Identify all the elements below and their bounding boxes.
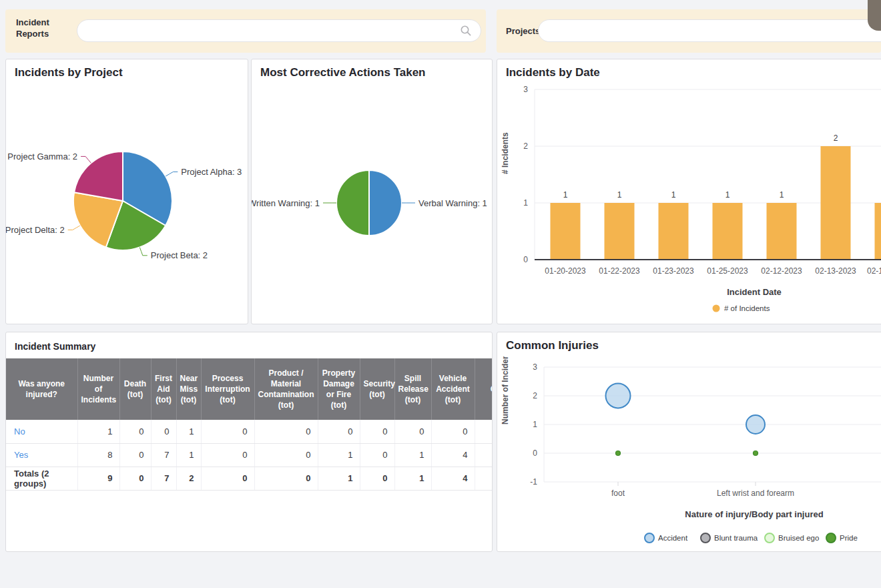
y-tick-label: -1 xyxy=(530,477,537,487)
value-cell: 1 xyxy=(77,420,119,443)
corrective-actions-card: Most Corrective Actions Taken Verbal War… xyxy=(251,59,493,324)
value-cell: 0 xyxy=(360,420,394,443)
column-header-first-aid-tot-: First Aid (tot) xyxy=(151,358,176,420)
bar-value-label: 1 xyxy=(671,190,676,200)
bar-value-label: 1 xyxy=(780,190,784,200)
row-label-cell[interactable]: No xyxy=(6,420,77,443)
column-header-near-miss-tot-: Near Miss (tot) xyxy=(176,358,201,420)
legend-marker-bruised-ego[interactable] xyxy=(765,533,774,543)
legend-label: Bruised ego xyxy=(778,534,819,542)
bar-01-22-2023[interactable] xyxy=(605,203,635,260)
row-filter-link[interactable]: Yes xyxy=(14,450,28,460)
legend-label: Blunt trauma xyxy=(714,534,758,542)
value-cell: 8 xyxy=(77,443,119,467)
incident-reports-label: Incident Reports xyxy=(16,17,69,40)
column-header-product-material-contamination-tot-: Product / Material Contamination (tot) xyxy=(254,358,318,420)
pie-slice-label: Verbal Warning: 1 xyxy=(418,198,487,208)
column-header-spill-release-tot-: Spill Release (tot) xyxy=(394,358,431,420)
bar-02-12-2023[interactable] xyxy=(767,203,797,260)
bar-02-1[interactable] xyxy=(875,203,881,260)
value-cell: 0 xyxy=(254,420,318,443)
incident-summary-table-wrapper: Was anyone injured?Number of IncidentsDe… xyxy=(6,358,492,551)
pie-label-line xyxy=(139,248,148,256)
incidents-by-project-card: Incidents by Project Project Alpha: 3Pro… xyxy=(5,59,248,324)
y-tick-label: 2 xyxy=(523,141,528,151)
x-axis-title: Nature of injury/Body part injured xyxy=(685,509,823,519)
bar-01-25-2023[interactable] xyxy=(713,203,743,260)
pie-label-line xyxy=(81,156,91,163)
value-cell: 0 xyxy=(318,420,360,443)
value-cell: 0 xyxy=(254,443,318,467)
legend-label: Pride xyxy=(840,534,858,542)
x-tick-label: 01-23-2023 xyxy=(653,266,694,276)
row-filter-link[interactable]: No xyxy=(14,426,25,436)
pie-label-line xyxy=(166,172,178,177)
legend-marker-accident[interactable] xyxy=(645,533,654,543)
column-header-process-interruption-tot-: Process Interruption (tot) xyxy=(201,358,254,420)
column-header-vehicle-accident-tot-: Vehicle Accident (tot) xyxy=(431,358,475,420)
incident-summary-title: Incident Summary xyxy=(15,341,95,352)
row-label-cell: Totals (2 groups) xyxy=(6,467,77,490)
value-cell xyxy=(475,443,492,467)
scatter-point-accident[interactable] xyxy=(606,384,631,408)
incidents-by-date-card: Incidents by Date 0123101-20-2023101-22-… xyxy=(497,59,881,324)
value-cell: 1 xyxy=(394,467,431,490)
table-header-row: Was anyone injured?Number of IncidentsDe… xyxy=(6,358,492,420)
value-cell: 7 xyxy=(151,467,176,490)
scatter-point-pride[interactable] xyxy=(754,451,758,456)
incident-reports-search-input[interactable] xyxy=(77,20,459,41)
column-header-was-anyone-injured-: Was anyone injured? xyxy=(6,358,77,420)
x-tick-label: 02-13-2023 xyxy=(815,266,856,276)
column-header-property-damage-or-fire-tot-: Property Damage or Fire (tot) xyxy=(318,358,360,420)
incident-reports-search-pill xyxy=(77,19,481,42)
x-tick-label: 02-1 xyxy=(867,266,881,276)
common-injuries-title: Common Injuries xyxy=(506,339,599,352)
bar-01-20-2023[interactable] xyxy=(551,203,581,260)
bar-value-label: 2 xyxy=(834,133,838,143)
legend-marker-incidents[interactable] xyxy=(713,305,720,312)
value-cell xyxy=(475,467,492,490)
incidents-by-project-pie-chart: Project Alpha: 3Project Beta: 2Project D… xyxy=(6,82,248,324)
value-cell: 7 xyxy=(151,443,176,467)
corrective-actions-title: Most Corrective Actions Taken xyxy=(260,66,426,79)
pie-slice-written-warning[interactable] xyxy=(336,170,369,236)
column-header-death-tot-: Death (tot) xyxy=(119,358,151,420)
bar-01-23-2023[interactable] xyxy=(659,203,689,260)
value-cell: 0 xyxy=(201,420,254,443)
legend-marker-blunt-trauma[interactable] xyxy=(701,533,710,543)
y-tick-label: 3 xyxy=(533,362,537,372)
y-tick-label: 1 xyxy=(533,420,537,429)
value-cell: 1 xyxy=(176,443,201,467)
corner-overlay-button[interactable] xyxy=(868,0,881,31)
pie-slice-project-gamma[interactable] xyxy=(74,152,123,201)
value-cell: 4 xyxy=(431,467,475,490)
projects-search-input[interactable] xyxy=(539,20,881,41)
bar-value-label: 1 xyxy=(725,190,730,200)
value-cell: 0 xyxy=(119,443,151,467)
value-cell: 1 xyxy=(318,443,360,467)
pie-label-line xyxy=(68,226,80,230)
search-icon xyxy=(459,24,473,37)
value-cell: 0 xyxy=(360,443,394,467)
y-tick-label: 2 xyxy=(533,391,537,400)
table-row-totals-2-groups-: Totals (2 groups)9072001014 xyxy=(6,467,492,490)
column-header-number-of-incidents: Number of Incidents xyxy=(77,358,119,420)
x-tick-label: 02-12-2023 xyxy=(761,266,802,276)
projects-filter-panel: Projects xyxy=(497,9,881,53)
x-tick-label: Left wrist and forearm xyxy=(717,489,794,498)
bar-02-13-2023[interactable] xyxy=(821,146,851,260)
legend-marker-pride[interactable] xyxy=(826,533,836,543)
y-axis-title: # Incidents xyxy=(501,132,510,174)
legend-label: # of Incidents xyxy=(724,304,770,312)
scatter-point-pride[interactable] xyxy=(616,451,621,456)
y-tick-label: 0 xyxy=(533,449,537,458)
incident-summary-card: Incident Summary Was anyone injured?Numb… xyxy=(5,332,493,552)
bar-value-label: 1 xyxy=(617,190,622,200)
x-tick-label: foot xyxy=(611,489,625,498)
pie-slice-label: Project Delta: 2 xyxy=(6,225,65,235)
pie-slice-label: Project Beta: 2 xyxy=(151,250,208,260)
row-label-cell[interactable]: Yes xyxy=(6,443,77,467)
pie-slice-verbal-warning[interactable] xyxy=(369,170,402,236)
value-cell: 1 xyxy=(318,467,360,490)
scatter-point-accident[interactable] xyxy=(746,415,765,434)
